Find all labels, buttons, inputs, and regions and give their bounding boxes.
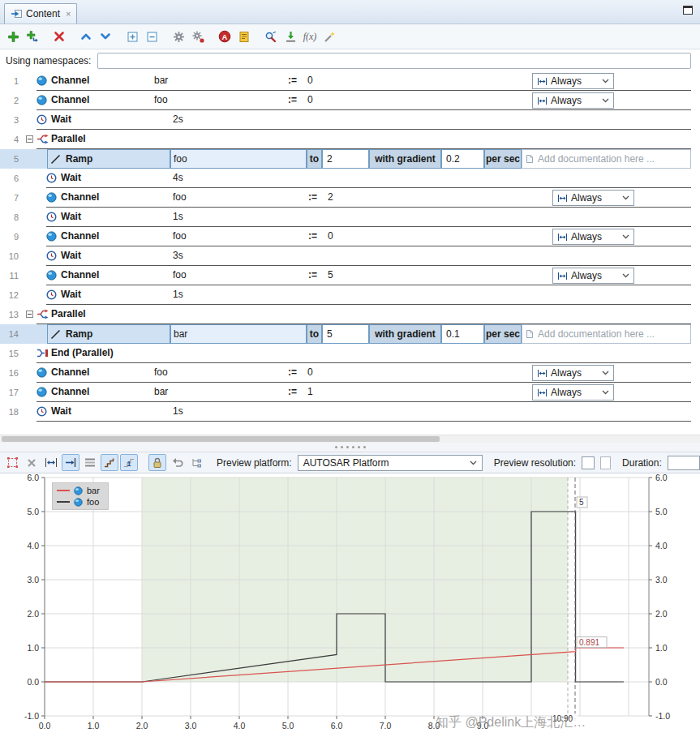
step-row-5-ramp[interactable]: 5Ramp foo to 2 with gradient 0.2 per sec… xyxy=(0,149,691,169)
clear-button[interactable] xyxy=(23,454,41,471)
run-settings-button[interactable] xyxy=(188,27,208,46)
ramp-to-value[interactable]: 5 xyxy=(322,324,369,344)
preview-resolution-unit-field[interactable] xyxy=(600,456,611,469)
scrollbar-thumb[interactable] xyxy=(2,436,440,442)
fx-button[interactable]: f(x) xyxy=(300,27,320,46)
step-row-16-channel[interactable]: 16 Channel foo := 0 Always xyxy=(0,363,691,383)
step-display-button[interactable] xyxy=(101,454,118,471)
step-row-2-channel[interactable]: 2 Channel foo := 0 Always xyxy=(0,91,691,110)
wait-duration: 1s xyxy=(173,285,183,304)
channel-mode-dropdown[interactable]: Always xyxy=(552,268,634,284)
channel-value: 0 xyxy=(307,71,313,90)
wand-button[interactable] xyxy=(320,27,339,46)
signal-list-button[interactable] xyxy=(81,454,99,471)
channel-mode-dropdown[interactable]: Always xyxy=(552,190,634,206)
plus-icon xyxy=(7,31,19,43)
step-row-8-wait[interactable]: 8 Wait 1s xyxy=(0,208,691,227)
legend-item[interactable]: foo xyxy=(57,497,100,507)
horizontal-scrollbar[interactable] xyxy=(0,435,700,443)
chevron-down-icon xyxy=(602,98,609,103)
preview-platform-select[interactable]: AUTOSAR Platform xyxy=(298,455,483,471)
expand-all-button[interactable] xyxy=(122,27,142,46)
channel-value: 5 xyxy=(328,266,333,285)
step-row-7-channel[interactable]: 7 Channel foo := 2 Always xyxy=(0,188,691,208)
channel-mode-dropdown[interactable]: Always xyxy=(552,229,634,245)
step-row-3-wait[interactable]: 3 Wait 2s xyxy=(0,110,691,130)
add-child-step-button[interactable] xyxy=(23,27,42,46)
ramp-gradient-value[interactable]: 0.2 xyxy=(441,149,484,169)
step-row-10-wait[interactable]: 10 Wait 3s xyxy=(0,246,691,266)
table-filler xyxy=(0,422,700,435)
tree-view-button[interactable] xyxy=(187,454,205,471)
duration-field[interactable] xyxy=(668,456,700,470)
step-one-button[interactable]: 1 xyxy=(120,454,138,471)
row-number: 8 xyxy=(0,208,24,227)
channel-mode-dropdown[interactable]: Always xyxy=(532,73,614,89)
report-button[interactable] xyxy=(234,27,254,46)
documentation-cell[interactable]: Add documentation here ... xyxy=(522,149,691,169)
documentation-cell[interactable]: Add documentation here ... xyxy=(522,324,691,344)
step-row-13-parallel[interactable]: 13 Parallel xyxy=(0,305,691,324)
tab-content[interactable]: Content × xyxy=(4,3,77,24)
collapse-all-button[interactable] xyxy=(142,27,161,46)
svg-text:1.0: 1.0 xyxy=(655,643,668,653)
dropdown-selected-value: Always xyxy=(571,192,602,203)
assessment-button[interactable]: A xyxy=(215,27,234,46)
ramp-channel-name-cell[interactable]: bar xyxy=(170,324,307,344)
tab-close-icon[interactable]: × xyxy=(66,9,71,19)
channel-mode-dropdown[interactable]: Always xyxy=(532,92,614,109)
signal-preview-chart: 6.06.05.05.04.04.03.03.02.02.01.01.00.00… xyxy=(0,473,700,754)
channel-mode-dropdown[interactable]: Always xyxy=(532,365,614,381)
step-type-label: Wait xyxy=(51,402,71,421)
ramp-channel-name-cell[interactable]: foo xyxy=(170,149,307,169)
preview-select-button[interactable] xyxy=(3,454,21,471)
lock-button[interactable] xyxy=(148,454,166,471)
chart-svg[interactable]: 6.06.05.05.04.04.03.03.02.02.01.01.00.00… xyxy=(0,473,700,741)
collapse-toggle[interactable] xyxy=(26,135,33,143)
step-row-17-channel[interactable]: 17 Channel bar := 1 Always xyxy=(0,383,691,402)
scroll-to-cursor-button[interactable] xyxy=(62,454,79,471)
always-range-icon xyxy=(537,96,548,105)
namespaces-input[interactable] xyxy=(97,53,691,69)
analyze-button[interactable] xyxy=(261,27,281,46)
delete-step-button[interactable] xyxy=(49,27,69,46)
documentation-placeholder: Add documentation here ... xyxy=(538,325,655,344)
channel-icon xyxy=(37,95,47,105)
step-row-15-end[interactable]: 15 End (Parallel) xyxy=(0,344,691,363)
step-row-4-parallel[interactable]: 4 Parallel xyxy=(0,130,691,149)
add-step-button[interactable] xyxy=(3,27,23,46)
step-row-11-channel[interactable]: 11 Channel foo := 5 Always xyxy=(0,266,691,285)
ramp-gradient-value[interactable]: 0.1 xyxy=(441,324,484,344)
chevron-down-icon xyxy=(622,195,629,200)
row-content: Wait 1s xyxy=(24,208,691,227)
step-row-14-ramp[interactable]: 14Ramp bar to 5 with gradient 0.1 per se… xyxy=(0,324,691,344)
move-down-button[interactable] xyxy=(96,27,115,46)
legend-item[interactable]: bar xyxy=(57,486,100,495)
legend-label: bar xyxy=(87,486,100,495)
step-row-9-channel[interactable]: 9 Channel foo := 0 Always xyxy=(0,227,691,246)
dropdown-selected-value: Always xyxy=(571,270,602,281)
import-button[interactable] xyxy=(281,27,300,46)
step-type-label: Wait xyxy=(51,110,71,129)
ramp-icon xyxy=(50,154,61,165)
row-content: Wait 1s xyxy=(24,285,691,305)
preview-resolution-field[interactable] xyxy=(582,456,595,469)
channel-value: 1 xyxy=(307,383,313,401)
channel-name: foo xyxy=(154,91,168,109)
undo-button[interactable] xyxy=(168,454,186,471)
step-row-18-wait[interactable]: 18 Wait 1s xyxy=(0,402,691,422)
window-restore-icon[interactable] xyxy=(683,6,693,15)
step-row-1-channel[interactable]: 1 Channel bar := 0 Always xyxy=(0,71,691,91)
step-row-12-wait[interactable]: 12 Wait 1s xyxy=(0,285,691,305)
row-number: 16 xyxy=(0,363,24,383)
move-up-button[interactable] xyxy=(76,27,96,46)
settings-button[interactable] xyxy=(169,27,188,46)
channel-mode-dropdown[interactable]: Always xyxy=(532,384,614,401)
step-row-6-wait[interactable]: 6 Wait 4s xyxy=(0,169,691,188)
fit-horizontal-button[interactable] xyxy=(42,454,60,471)
ramp-to-value[interactable]: 2 xyxy=(322,149,369,169)
svg-text:2.0: 2.0 xyxy=(655,609,668,619)
splitter-handle[interactable] xyxy=(0,443,700,452)
collapse-toggle[interactable] xyxy=(26,311,33,318)
svg-text:0.0: 0.0 xyxy=(27,677,39,687)
